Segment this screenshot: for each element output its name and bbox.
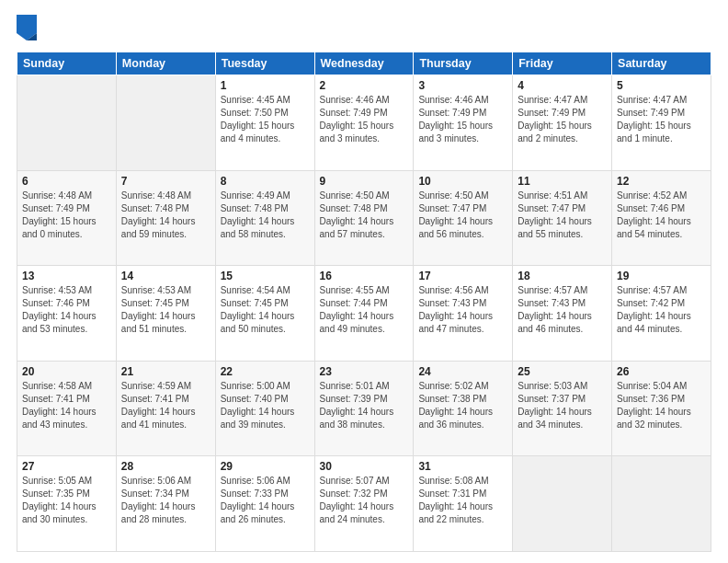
day-info: Sunrise: 4:51 AM Sunset: 7:47 PM Dayligh… <box>518 190 607 241</box>
day-number: 29 <box>221 460 310 473</box>
header <box>17 17 711 42</box>
day-info: Sunrise: 4:53 AM Sunset: 7:46 PM Dayligh… <box>22 284 111 336</box>
day-number: 8 <box>221 175 310 188</box>
day-info: Sunrise: 4:59 AM Sunset: 7:41 PM Dayligh… <box>121 380 210 431</box>
calendar-cell <box>116 75 215 171</box>
calendar-cell: 21Sunrise: 4:59 AM Sunset: 7:41 PM Dayli… <box>116 361 215 456</box>
logo <box>17 17 39 42</box>
day-info: Sunrise: 5:06 AM Sunset: 7:33 PM Dayligh… <box>221 475 310 526</box>
day-info: Sunrise: 4:48 AM Sunset: 7:48 PM Dayligh… <box>121 190 210 241</box>
day-info: Sunrise: 4:56 AM Sunset: 7:43 PM Dayligh… <box>418 284 507 336</box>
calendar-week: 6Sunrise: 4:48 AM Sunset: 7:49 PM Daylig… <box>17 170 711 266</box>
day-number: 6 <box>22 175 111 188</box>
day-info: Sunrise: 4:46 AM Sunset: 7:49 PM Dayligh… <box>320 94 409 145</box>
calendar-cell: 11Sunrise: 4:51 AM Sunset: 7:47 PM Dayli… <box>513 170 612 266</box>
day-number: 26 <box>617 365 706 378</box>
calendar-cell: 20Sunrise: 4:58 AM Sunset: 7:41 PM Dayli… <box>17 361 117 456</box>
calendar-cell <box>612 456 711 552</box>
calendar-cell: 10Sunrise: 4:50 AM Sunset: 7:47 PM Dayli… <box>414 170 513 266</box>
day-info: Sunrise: 4:49 AM Sunset: 7:48 PM Dayligh… <box>221 190 310 241</box>
calendar-cell: 24Sunrise: 5:02 AM Sunset: 7:38 PM Dayli… <box>414 361 513 456</box>
calendar-body: 1Sunrise: 4:45 AM Sunset: 7:50 PM Daylig… <box>17 75 711 552</box>
weekday-header: Monday <box>116 52 215 75</box>
calendar-cell <box>17 75 117 171</box>
calendar: SundayMondayTuesdayWednesdayThursdayFrid… <box>17 52 711 552</box>
day-number: 13 <box>22 270 111 282</box>
day-number: 12 <box>617 175 706 188</box>
calendar-week: 1Sunrise: 4:45 AM Sunset: 7:50 PM Daylig… <box>17 75 711 171</box>
day-info: Sunrise: 5:02 AM Sunset: 7:38 PM Dayligh… <box>418 380 507 431</box>
day-number: 22 <box>221 365 310 378</box>
calendar-cell: 31Sunrise: 5:08 AM Sunset: 7:31 PM Dayli… <box>414 456 513 552</box>
calendar-cell: 12Sunrise: 4:52 AM Sunset: 7:46 PM Dayli… <box>612 170 711 266</box>
day-number: 10 <box>418 175 507 188</box>
calendar-week: 13Sunrise: 4:53 AM Sunset: 7:46 PM Dayli… <box>17 266 711 362</box>
day-number: 16 <box>320 270 409 282</box>
calendar-cell: 4Sunrise: 4:47 AM Sunset: 7:49 PM Daylig… <box>513 75 612 171</box>
calendar-cell: 16Sunrise: 4:55 AM Sunset: 7:44 PM Dayli… <box>314 266 414 362</box>
calendar-cell: 5Sunrise: 4:47 AM Sunset: 7:49 PM Daylig… <box>612 75 711 171</box>
day-number: 31 <box>418 460 507 473</box>
day-number: 5 <box>617 79 706 92</box>
day-info: Sunrise: 4:58 AM Sunset: 7:41 PM Dayligh… <box>22 380 111 431</box>
day-info: Sunrise: 4:46 AM Sunset: 7:49 PM Dayligh… <box>418 94 507 145</box>
weekday-header: Thursday <box>414 52 513 75</box>
day-info: Sunrise: 5:06 AM Sunset: 7:34 PM Dayligh… <box>121 475 210 526</box>
day-number: 7 <box>121 175 210 188</box>
day-number: 15 <box>221 270 310 282</box>
calendar-cell: 13Sunrise: 4:53 AM Sunset: 7:46 PM Dayli… <box>17 266 117 362</box>
day-number: 25 <box>518 365 607 378</box>
calendar-cell: 14Sunrise: 4:53 AM Sunset: 7:45 PM Dayli… <box>116 266 215 362</box>
day-info: Sunrise: 4:54 AM Sunset: 7:45 PM Dayligh… <box>221 284 310 336</box>
calendar-cell: 30Sunrise: 5:07 AM Sunset: 7:32 PM Dayli… <box>314 456 414 552</box>
calendar-cell <box>513 456 612 552</box>
day-info: Sunrise: 4:48 AM Sunset: 7:49 PM Dayligh… <box>22 190 111 241</box>
day-info: Sunrise: 4:57 AM Sunset: 7:42 PM Dayligh… <box>617 284 706 336</box>
day-number: 11 <box>518 175 607 188</box>
weekday-header: Wednesday <box>314 52 414 75</box>
weekday-header: Friday <box>513 52 612 75</box>
day-info: Sunrise: 5:08 AM Sunset: 7:31 PM Dayligh… <box>418 475 507 526</box>
day-number: 27 <box>22 460 111 473</box>
day-info: Sunrise: 4:52 AM Sunset: 7:46 PM Dayligh… <box>617 190 706 241</box>
day-info: Sunrise: 5:01 AM Sunset: 7:39 PM Dayligh… <box>320 380 409 431</box>
day-info: Sunrise: 5:07 AM Sunset: 7:32 PM Dayligh… <box>320 475 409 526</box>
calendar-cell: 25Sunrise: 5:03 AM Sunset: 7:37 PM Dayli… <box>513 361 612 456</box>
day-info: Sunrise: 4:55 AM Sunset: 7:44 PM Dayligh… <box>320 284 409 336</box>
day-number: 14 <box>121 270 210 282</box>
day-number: 2 <box>320 79 409 92</box>
weekday-header: Sunday <box>17 52 117 75</box>
day-number: 4 <box>518 79 607 92</box>
calendar-week: 27Sunrise: 5:05 AM Sunset: 7:35 PM Dayli… <box>17 456 711 552</box>
calendar-week: 20Sunrise: 4:58 AM Sunset: 7:41 PM Dayli… <box>17 361 711 456</box>
calendar-cell: 1Sunrise: 4:45 AM Sunset: 7:50 PM Daylig… <box>215 75 314 171</box>
weekday-header: Saturday <box>612 52 711 75</box>
calendar-cell: 9Sunrise: 4:50 AM Sunset: 7:48 PM Daylig… <box>314 170 414 266</box>
day-number: 28 <box>121 460 210 473</box>
day-info: Sunrise: 4:47 AM Sunset: 7:49 PM Dayligh… <box>518 94 607 145</box>
day-number: 24 <box>418 365 507 378</box>
day-number: 1 <box>221 79 310 92</box>
day-info: Sunrise: 5:04 AM Sunset: 7:36 PM Dayligh… <box>617 380 706 431</box>
calendar-cell: 26Sunrise: 5:04 AM Sunset: 7:36 PM Dayli… <box>612 361 711 456</box>
day-number: 19 <box>617 270 706 282</box>
weekday-row: SundayMondayTuesdayWednesdayThursdayFrid… <box>17 52 711 75</box>
calendar-cell: 27Sunrise: 5:05 AM Sunset: 7:35 PM Dayli… <box>17 456 117 552</box>
logo-icon <box>17 15 37 40</box>
calendar-cell: 19Sunrise: 4:57 AM Sunset: 7:42 PM Dayli… <box>612 266 711 362</box>
day-info: Sunrise: 5:00 AM Sunset: 7:40 PM Dayligh… <box>221 380 310 431</box>
day-number: 23 <box>320 365 409 378</box>
day-number: 18 <box>518 270 607 282</box>
calendar-cell: 22Sunrise: 5:00 AM Sunset: 7:40 PM Dayli… <box>215 361 314 456</box>
calendar-cell: 3Sunrise: 4:46 AM Sunset: 7:49 PM Daylig… <box>414 75 513 171</box>
day-info: Sunrise: 4:50 AM Sunset: 7:48 PM Dayligh… <box>320 190 409 241</box>
day-info: Sunrise: 4:53 AM Sunset: 7:45 PM Dayligh… <box>121 284 210 336</box>
calendar-cell: 28Sunrise: 5:06 AM Sunset: 7:34 PM Dayli… <box>116 456 215 552</box>
day-info: Sunrise: 5:03 AM Sunset: 7:37 PM Dayligh… <box>518 380 607 431</box>
weekday-header: Tuesday <box>215 52 314 75</box>
calendar-cell: 7Sunrise: 4:48 AM Sunset: 7:48 PM Daylig… <box>116 170 215 266</box>
day-info: Sunrise: 4:57 AM Sunset: 7:43 PM Dayligh… <box>518 284 607 336</box>
day-number: 20 <box>22 365 111 378</box>
calendar-cell: 15Sunrise: 4:54 AM Sunset: 7:45 PM Dayli… <box>215 266 314 362</box>
day-info: Sunrise: 4:45 AM Sunset: 7:50 PM Dayligh… <box>221 94 310 145</box>
